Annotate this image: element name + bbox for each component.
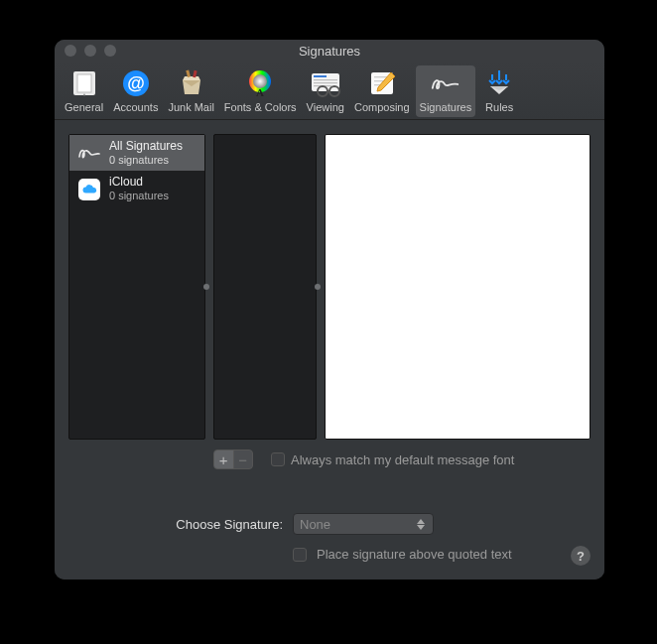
select-stepper-icon [413,514,429,534]
help-icon: ? [577,549,585,564]
account-text: iCloud 0 signatures [109,176,169,201]
choose-signature-row: Choose Signature: None [68,513,591,535]
zoom-button[interactable] [104,45,116,57]
tab-label: Signatures [420,101,472,113]
content-area: All Signatures 0 signatures iCloud 0 sig… [55,120,604,580]
svg-text:A: A [256,86,264,98]
tab-accounts[interactable]: @ Accounts [109,65,162,117]
tab-viewing[interactable]: Viewing [303,65,348,117]
svg-rect-13 [314,82,337,83]
svg-rect-5 [186,70,191,78]
below-row: + − Always match my default message font [68,450,591,469]
tab-rules[interactable]: Rules [477,65,521,117]
place-above-checkbox[interactable] [293,548,307,562]
account-subtitle: 0 signatures [109,154,183,167]
signature-editor[interactable] [325,134,591,440]
add-signature-button[interactable]: + [214,451,234,468]
match-font-checkbox[interactable] [271,452,285,466]
account-row-all[interactable]: All Signatures 0 signatures [69,135,204,171]
traffic-lights [55,45,116,57]
tab-junk-mail[interactable]: Junk Mail [164,65,217,117]
resize-handle[interactable] [203,284,209,290]
accounts-icon: @ [120,67,152,99]
svg-rect-2 [83,94,85,96]
svg-text:@: @ [127,73,145,93]
resize-handle[interactable] [315,284,321,290]
tab-label: Fonts & Colors [224,101,297,113]
tab-label: Accounts [113,101,158,113]
preferences-window: Signatures General @ Accounts Junk Mail [55,40,604,580]
rules-icon [483,67,515,99]
account-row-icloud[interactable]: iCloud 0 signatures [69,171,204,206]
tab-signatures[interactable]: Signatures [416,65,476,117]
tab-label: Composing [354,101,410,113]
account-title: iCloud [109,176,169,190]
choose-signature-select[interactable]: None [293,513,434,535]
toolbar: General @ Accounts Junk Mail A F [55,62,604,120]
place-above-label: Place signature above quoted text [317,547,512,562]
tab-label: Rules [485,101,513,113]
signatures-icon [430,67,461,99]
help-button[interactable]: ? [571,546,591,566]
select-value: None [300,517,330,532]
signature-icon [77,141,101,165]
svg-rect-11 [314,75,327,77]
icloud-icon [77,178,101,201]
composing-icon [366,67,398,99]
svg-rect-12 [314,79,337,80]
match-font-row: Always match my default message font [271,452,514,467]
remove-signature-button[interactable]: − [234,451,253,468]
place-above-row: Place signature above quoted text [68,547,591,562]
panes: All Signatures 0 signatures iCloud 0 sig… [68,134,591,440]
tab-fonts-colors[interactable]: A Fonts & Colors [220,65,301,117]
accounts-pane: All Signatures 0 signatures iCloud 0 sig… [68,134,205,440]
tab-composing[interactable]: Composing [350,65,414,117]
minimize-button[interactable] [84,45,96,57]
tab-label: Junk Mail [168,101,213,113]
fonts-colors-icon: A [244,67,276,99]
tab-label: Viewing [307,101,344,113]
match-font-label: Always match my default message font [291,452,514,467]
junk-mail-icon [176,67,207,99]
viewing-icon [310,67,341,99]
add-remove-group: + − [213,450,253,469]
account-title: All Signatures [109,140,183,154]
lower-options: Choose Signature: None Place signature a… [68,513,591,562]
tab-general[interactable]: General [61,65,107,117]
close-button[interactable] [65,45,76,57]
titlebar: Signatures [55,40,604,62]
general-icon [68,67,100,99]
signature-list-pane [213,134,317,440]
svg-rect-1 [77,74,91,92]
tab-label: General [65,101,103,113]
choose-signature-label: Choose Signature: [68,517,283,532]
window-title: Signatures [55,44,604,59]
account-subtitle: 0 signatures [109,190,169,202]
account-text: All Signatures 0 signatures [109,140,183,166]
